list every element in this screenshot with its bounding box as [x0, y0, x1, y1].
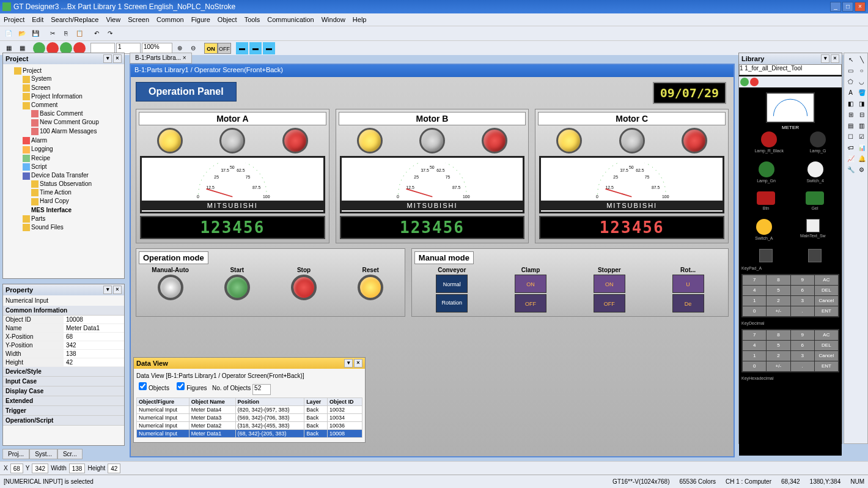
maximize-button[interactable]: □	[842, 2, 853, 12]
menu-comm[interactable]: Communication	[267, 16, 314, 23]
menu-figure[interactable]: Figure	[191, 16, 210, 23]
menu-search[interactable]: Search/Replace	[51, 16, 98, 23]
new-icon[interactable]: 📄	[2, 28, 15, 40]
menu-common[interactable]: Common	[156, 16, 184, 23]
app-icon	[2, 2, 11, 11]
tb-field[interactable]	[90, 43, 115, 54]
toolbox: ↖╲ ▭○ ⬠◡ A🪣 ◧◨ ⊞⊟ ▤▥ ☐☑ 🏷📊 📈🔔 🔧⚙	[844, 53, 868, 55]
menu-object[interactable]: Object	[218, 16, 237, 23]
close-button[interactable]: ×	[855, 2, 866, 12]
copy-icon[interactable]: ⎘	[60, 28, 72, 40]
menu-screen[interactable]: Screen	[128, 16, 149, 23]
minimize-button[interactable]: _	[830, 2, 841, 12]
cut-icon[interactable]: ✂	[46, 28, 59, 40]
library-panel: Library ▾× 1 1_for_all_Direct_Tool Lamp_…	[738, 53, 842, 55]
canvas-tab[interactable]: B-1:Parts Libra... ×	[130, 53, 192, 55]
zoom-field[interactable]: 100%	[142, 43, 172, 54]
menu-view[interactable]: View	[106, 16, 121, 23]
menu-edit[interactable]: Edit	[32, 16, 43, 23]
tool-arrow-icon[interactable]: ↖	[845, 54, 856, 55]
canvas-area: B-1:Parts Libra... × B-1:Parts Library1 …	[130, 53, 735, 55]
project-panel: Project ▾× Project System Screen Project…	[2, 53, 125, 55]
on-off-toggle[interactable]: ON OFF	[204, 43, 231, 54]
menu-help[interactable]: Help	[353, 16, 367, 23]
menu-project[interactable]: Project	[4, 16, 24, 23]
panel-close-icon[interactable]: ×	[113, 54, 122, 55]
window-title: GT Designer3 ...Bx Part Library 1 Screen…	[13, 2, 235, 11]
menu-window[interactable]: Window	[322, 16, 345, 23]
panel-close-icon[interactable]: ×	[831, 54, 839, 55]
window-titlebar: GT Designer3 ...Bx Part Library 1 Screen…	[0, 0, 868, 13]
menu-tools[interactable]: Tools	[245, 16, 260, 23]
redo-icon[interactable]: ↷	[104, 28, 116, 40]
save-icon[interactable]: 💾	[29, 28, 42, 40]
panel-pin-icon[interactable]: ▾	[821, 54, 829, 55]
undo-icon[interactable]: ↶	[90, 28, 103, 40]
open-icon[interactable]: 📂	[16, 28, 28, 40]
panel-pin-icon[interactable]: ▾	[103, 54, 112, 55]
toolbar-1: 📄 📂 💾 ✂ ⎘ 📋 ↶ ↷	[0, 26, 868, 40]
menubar: Project Edit Search/Replace View Screen …	[0, 13, 868, 26]
tool-line-icon[interactable]: ╲	[856, 54, 867, 55]
screen-num[interactable]: 1	[116, 43, 141, 54]
paste-icon[interactable]: 📋	[73, 28, 86, 40]
